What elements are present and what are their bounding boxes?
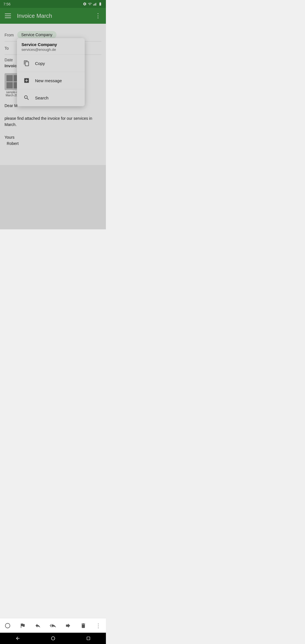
dim-overlay[interactable] xyxy=(0,0,106,229)
